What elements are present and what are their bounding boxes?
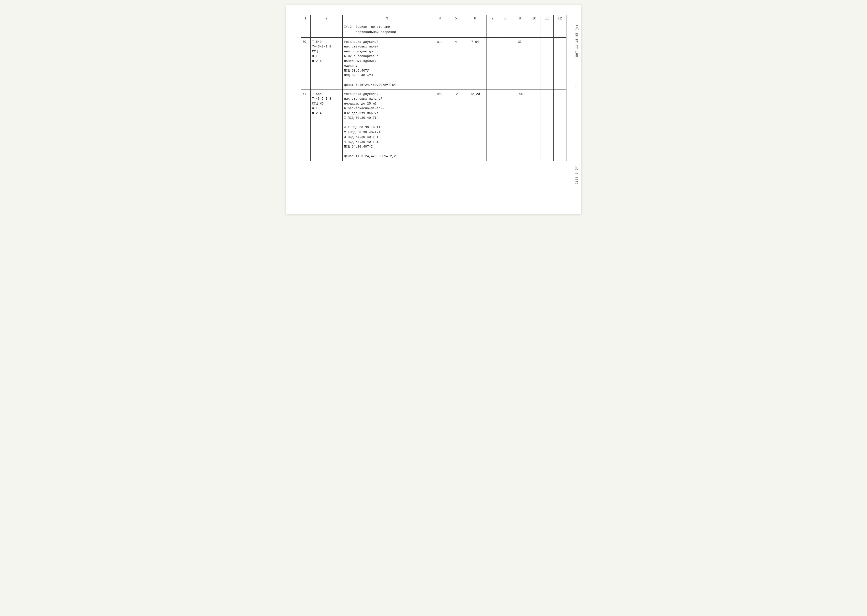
row-71-col8 bbox=[499, 90, 512, 161]
header-col-2: 2 bbox=[310, 15, 342, 22]
row-70-col9: 3I bbox=[512, 38, 528, 90]
row-71-col9: I46 bbox=[512, 90, 528, 161]
row-71-description: Установка двухслой– ных стеновых панелей… bbox=[342, 90, 432, 161]
row-71-number: 7I bbox=[301, 90, 310, 161]
header-col-4: 4 bbox=[432, 15, 448, 22]
side-number-top: 36 bbox=[574, 83, 578, 88]
row-71-price: I2,20 bbox=[464, 90, 486, 161]
header-col-11: II bbox=[541, 15, 554, 22]
row-71-qty: I2 bbox=[448, 90, 464, 161]
header-col-6: 6 bbox=[464, 15, 486, 22]
header-col-5: 5 bbox=[448, 15, 464, 22]
variant-col12 bbox=[554, 22, 566, 38]
row-70-qty: 4 bbox=[448, 38, 464, 90]
row-71-col11 bbox=[541, 90, 554, 161]
header-col-12: I2 bbox=[554, 15, 566, 22]
table-row: 7I 7–555 7–43–5–I,8 ССЦ МО ч.I п.2–4 Уст… bbox=[301, 90, 566, 161]
header-col-1: I bbox=[301, 15, 310, 22]
row-71-col10 bbox=[528, 90, 541, 161]
variant-col9 bbox=[512, 22, 528, 38]
variant-col10 bbox=[528, 22, 541, 38]
variant-title-line: IY.2 Вариант со стенамивертикальной разр… bbox=[344, 25, 430, 35]
row-70-col11 bbox=[541, 38, 554, 90]
table-header-row: I 2 3 4 5 6 7 8 9 IO II I2 bbox=[301, 15, 566, 22]
variant-col7 bbox=[486, 22, 499, 38]
side-label-top: 807-11-18.85 (у) bbox=[575, 25, 579, 57]
variant-col8 bbox=[499, 22, 512, 38]
row-71-col7 bbox=[486, 90, 499, 161]
header-col-9: 9 bbox=[512, 15, 528, 22]
row-70-col7 bbox=[486, 38, 499, 90]
variant-row: IY.2 Вариант со стенамивертикальной разр… bbox=[301, 22, 566, 38]
side-label-bottom: 2108-0-9 bbox=[575, 168, 579, 184]
header-col-10: IO bbox=[528, 15, 541, 22]
variant-text: Вариант со стенамивертикальной разрезки bbox=[356, 25, 396, 35]
row-71-unit: шт. bbox=[432, 90, 448, 161]
row-71-code: 7–555 7–43–5–I,8 ССЦ МО ч.I п.2–4 bbox=[310, 90, 342, 161]
row-70-number: 70 bbox=[301, 38, 310, 90]
row-71-col12 bbox=[554, 90, 566, 161]
variant-title-cell: IY.2 Вариант со стенамивертикальной разр… bbox=[342, 22, 432, 38]
row-70-unit: шт. bbox=[432, 38, 448, 90]
variant-col2 bbox=[310, 22, 342, 38]
variant-col11 bbox=[541, 22, 554, 38]
page: 807-11-18.85 (у) 2108-0-9 36 36 I 2 3 4 … bbox=[286, 5, 581, 214]
header-col-3: 3 bbox=[342, 15, 432, 22]
variant-number: IY.2 bbox=[344, 25, 352, 30]
main-table: I 2 3 4 5 6 7 8 9 IO II I2 IY.2 bbox=[301, 15, 566, 161]
row-70-description: Установка двухслой– ных стеновых пане– л… bbox=[342, 38, 432, 90]
row-70-col10 bbox=[528, 38, 541, 90]
variant-col6 bbox=[464, 22, 486, 38]
row-70-price: 7,64 bbox=[464, 38, 486, 90]
table-row: 70 7–549 7–43–3–I,8 ССЦ ч.I п.2–4 Устано… bbox=[301, 38, 566, 90]
header-col-7: 7 bbox=[486, 15, 499, 22]
row-70-col12 bbox=[554, 38, 566, 90]
header-col-8: 8 bbox=[499, 15, 512, 22]
row-70-code: 7–549 7–43–3–I,8 ССЦ ч.I п.2–4 bbox=[310, 38, 342, 90]
side-number-bottom: 36 bbox=[574, 166, 578, 170]
row-70-col8 bbox=[499, 38, 512, 90]
variant-col1 bbox=[301, 22, 310, 38]
variant-col5 bbox=[448, 22, 464, 38]
variant-col4 bbox=[432, 22, 448, 38]
